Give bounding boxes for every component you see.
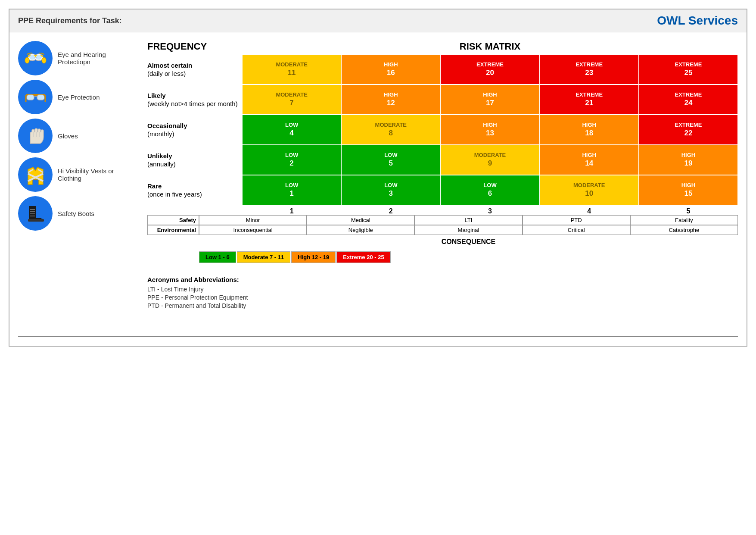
consequence-spacer <box>147 236 199 248</box>
axis-spacer <box>147 207 242 215</box>
ppe-item-eye-hearing: Eye and Hearing Protectiopn <box>18 41 139 75</box>
risk-cells: LOW1LOW3LOW6MODERATE10HIGH15 <box>242 175 738 205</box>
safety-label: PTD <box>523 215 630 225</box>
matrix-row: Unlikely(annually)LOW2LOW5MODERATE9HIGH1… <box>147 145 738 175</box>
ppe-label-gloves: Gloves <box>58 132 78 140</box>
risk-cell: HIGH12 <box>341 84 440 115</box>
legend-row: Low 1 - 6Moderate 7 - 11High 12 - 19Extr… <box>199 251 738 263</box>
env-label: Critical <box>523 225 630 235</box>
matrix-row: Almost certain(daily or less)MODERATE11H… <box>147 54 738 84</box>
svg-rect-10 <box>37 95 44 100</box>
page-container: PPE Requirements for Task: OWL Services <box>9 9 747 347</box>
matrix-row: Likely(weekly not>4 times per month)MODE… <box>147 84 738 115</box>
safety-header: Safety <box>147 215 199 225</box>
acronyms-title: Acronyms and Abbreviations: <box>147 276 738 283</box>
env-label: Inconsequential <box>199 225 307 235</box>
axis-row: 12345 <box>147 207 738 215</box>
risk-matrix-section: FREQUENCY RISK MATRIX Almost certain(dai… <box>147 41 738 310</box>
safety-label: Minor <box>199 215 307 225</box>
ppe-label-boots: Safety Boots <box>58 210 94 217</box>
risk-cells: LOW2LOW5MODERATE9HIGH14HIGH19 <box>242 145 738 175</box>
risk-cell: MODERATE7 <box>242 84 341 115</box>
axis-number: 4 <box>540 207 639 215</box>
acronym-item: PTD - Permanent and Total Disability <box>147 302 738 309</box>
risk-cells: LOW4MODERATE8HIGH13HIGH18EXTREME22 <box>242 115 738 145</box>
safety-label: Medical <box>307 215 414 225</box>
matrix-body: Almost certain(daily or less)MODERATE11H… <box>147 54 738 205</box>
env-label: Catastrophe <box>630 225 738 235</box>
svg-rect-9 <box>27 95 34 100</box>
freq-cell: Almost certain(daily or less) <box>147 54 242 84</box>
risk-headers: FREQUENCY RISK MATRIX <box>147 41 738 52</box>
ppe-item-hi-vis: Hi Visibility Vests or Clothing <box>18 157 139 192</box>
freq-cell: Likely(weekly not>4 times per month) <box>147 84 242 115</box>
axis-nums: 12345 <box>242 207 738 215</box>
risk-cell: MODERATE8 <box>341 115 440 145</box>
risk-cell: HIGH16 <box>341 54 440 84</box>
acronym-items: LTI - Lost Time InjuryPPE - Personal Pro… <box>147 286 738 309</box>
axis-number: 2 <box>341 207 440 215</box>
legend-item: Low 1 - 6 <box>199 251 236 263</box>
svg-point-6 <box>25 57 29 63</box>
risk-cell: EXTREME23 <box>540 54 639 84</box>
ppe-list: Eye and Hearing Protectiopn Eye Protect <box>18 41 139 310</box>
axis-number: 1 <box>242 207 341 215</box>
risk-cell: EXTREME24 <box>639 84 738 115</box>
risk-cell: LOW5 <box>341 145 440 175</box>
axis-number: 3 <box>440 207 539 215</box>
eye-icon <box>18 80 53 114</box>
risk-cell: LOW3 <box>341 175 440 205</box>
brand-name: OWL Services <box>657 14 738 28</box>
labels-table: SafetyMinorMedicalLTIPTDFatalityEnvironm… <box>147 215 738 235</box>
ppe-item-gloves: Gloves <box>18 119 139 153</box>
footer-line <box>18 336 738 337</box>
svg-point-4 <box>36 55 42 59</box>
risk-cell: HIGH14 <box>540 145 639 175</box>
svg-point-7 <box>42 57 46 63</box>
risk-cell: HIGH19 <box>639 145 738 175</box>
freq-cell: Unlikely(annually) <box>147 145 242 175</box>
safety-label: LTI <box>414 215 522 225</box>
risk-cell: MODERATE9 <box>440 145 539 175</box>
axis-number: 5 <box>639 207 738 215</box>
freq-cell: Occasionally(monthly) <box>147 115 242 145</box>
hi-vis-icon <box>18 157 53 192</box>
consequence-row: CONSEQUENCE <box>147 236 738 248</box>
risk-cells: MODERATE11HIGH16EXTREME20EXTREME23EXTREM… <box>242 54 738 84</box>
acronym-item: LTI - Lost Time Injury <box>147 286 738 293</box>
risk-cell: MODERATE10 <box>540 175 639 205</box>
risk-cell: EXTREME21 <box>540 84 639 115</box>
ppe-item-boots: Safety Boots <box>18 196 139 231</box>
safety-labels-row: SafetyMinorMedicalLTIPTDFatality <box>147 215 738 225</box>
consequence-label: CONSEQUENCE <box>199 236 738 248</box>
risk-cell: EXTREME22 <box>639 115 738 145</box>
boots-icon <box>18 196 53 231</box>
svg-rect-21 <box>28 219 44 222</box>
frequency-header: FREQUENCY <box>147 41 242 52</box>
eye-hearing-icon <box>18 41 53 75</box>
risk-cell: LOW1 <box>242 175 341 205</box>
ppe-label-hi-vis: Hi Visibility Vests or Clothing <box>58 167 139 182</box>
env-label: Negligible <box>307 225 414 235</box>
risk-matrix-header: RISK MATRIX <box>242 41 738 52</box>
risk-cell: EXTREME20 <box>440 54 539 84</box>
main-content: Eye and Hearing Protectiopn Eye Protect <box>9 32 747 319</box>
legend-item: Extreme 20 - 25 <box>336 251 390 263</box>
ppe-item-eye: Eye Protection <box>18 80 139 114</box>
risk-cell: HIGH17 <box>440 84 539 115</box>
matrix-row: Occasionally(monthly)LOW4MODERATE8HIGH13… <box>147 115 738 145</box>
risk-cell: LOW4 <box>242 115 341 145</box>
risk-cell: HIGH15 <box>639 175 738 205</box>
page-header: PPE Requirements for Task: OWL Services <box>9 9 747 32</box>
ppe-label-eye: Eye Protection <box>58 94 100 101</box>
risk-cell: LOW2 <box>242 145 341 175</box>
gloves-icon <box>18 119 53 153</box>
risk-cell: HIGH13 <box>440 115 539 145</box>
ppe-label-eye-hearing: Eye and Hearing Protectiopn <box>58 51 139 66</box>
risk-cell: LOW6 <box>440 175 539 205</box>
legend-item: High 12 - 19 <box>291 251 336 263</box>
env-labels-row: EnvironmentalInconsequentialNegligibleMa… <box>147 225 738 235</box>
env-label: Marginal <box>414 225 522 235</box>
page-title: PPE Requirements for Task: <box>18 16 122 25</box>
matrix-row: Rare(once in five years)LOW1LOW3LOW6MODE… <box>147 175 738 205</box>
